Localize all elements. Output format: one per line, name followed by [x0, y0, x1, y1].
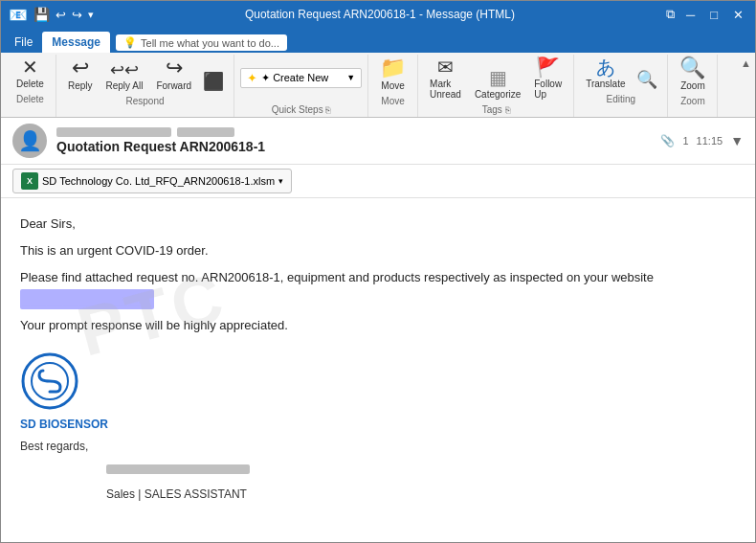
sender-name-blurred: [56, 127, 171, 137]
group-zoom: 🔍 Zoom Zoom: [668, 55, 718, 117]
mark-unread-button[interactable]: ✉ MarkUnread: [424, 55, 467, 102]
minimize-btn[interactable]: ─: [682, 8, 699, 22]
more-icon: ⬛: [203, 71, 224, 92]
collapse-ribbon-btn[interactable]: ▲: [741, 57, 751, 69]
email-meta: Quotation Request ARN200618-1: [56, 127, 265, 154]
tab-message[interactable]: Message: [42, 32, 110, 53]
email-header-right: 📎 1 11:15 ▼: [660, 133, 744, 148]
undo-btn[interactable]: ↩: [56, 8, 66, 22]
group-tags: ✉ MarkUnread ▦ Categorize 🚩 FollowUp Tag…: [418, 55, 574, 117]
outlook-window: 📧 💾 ↩ ↪ ▾ Quotation Request ARN200618-1 …: [0, 0, 756, 543]
follow-up-icon: 🚩: [536, 57, 560, 77]
attachment-count-icon: 📎: [660, 134, 675, 147]
email-subject: Quotation Request ARN200618-1: [56, 139, 265, 154]
link-blurred: ████████████████: [20, 289, 154, 308]
attachment-bar: X SD Technology Co. Ltd_RFQ_ARN200618-1.…: [1, 165, 755, 198]
attachment-chip[interactable]: X SD Technology Co. Ltd_RFQ_ARN200618-1.…: [12, 169, 292, 193]
tell-me-bar[interactable]: 💡 Tell me what you want to do...: [116, 34, 287, 51]
create-new-button[interactable]: ✦ ✦ Create New ▼: [240, 68, 362, 88]
dropdown-arrow: ▼: [346, 73, 355, 82]
move-buttons: 📁 Move: [374, 55, 411, 94]
find-button[interactable]: 🔍: [633, 67, 661, 92]
group-editing: あ Translate 🔍 Editing: [574, 55, 668, 117]
editing-group-label: Editing: [607, 94, 636, 104]
create-new-icon: ✦: [247, 71, 257, 85]
close-btn[interactable]: ✕: [729, 8, 747, 22]
company-name: SD BIOSENSOR: [20, 415, 108, 434]
tags-group-label: Tags ⎘: [482, 104, 510, 115]
mark-unread-label: MarkUnread: [430, 79, 461, 100]
translate-button[interactable]: あ Translate: [580, 55, 631, 92]
search-icon: 🔍: [636, 69, 657, 90]
body-line2: Please find attached request no. ARN2006…: [20, 267, 736, 309]
reply-all-label: Reply All: [105, 80, 143, 91]
reply-button[interactable]: ↩ Reply: [62, 55, 99, 94]
group-respond: ↩ Reply ↩↩ Reply All ↪ Forward ⬛ Respond: [56, 55, 234, 117]
zoom-icon: 🔍: [679, 57, 705, 79]
move-group-label: Move: [381, 96, 404, 106]
app-icon: 📧: [9, 6, 28, 24]
reply-label: Reply: [68, 80, 93, 91]
sender-line: [56, 127, 265, 137]
tags-buttons: ✉ MarkUnread ▦ Categorize 🚩 FollowUp: [424, 55, 567, 102]
body-line1: This is an urgent COVID-19 order.: [20, 240, 736, 261]
delete-buttons: ✕ Delete: [11, 55, 50, 92]
follow-up-label: FollowUp: [534, 79, 562, 100]
tab-file[interactable]: File: [5, 32, 42, 53]
reply-icon: ↩: [72, 57, 89, 79]
group-delete: ✕ Delete Delete: [5, 55, 56, 117]
zoom-group-label: Zoom: [680, 96, 705, 106]
maximize-btn[interactable]: □: [706, 8, 722, 22]
respond-buttons: ↩ Reply ↩↩ Reply All ↪ Forward ⬛: [62, 55, 228, 94]
sd-biosensor-logo-svg: [20, 351, 79, 411]
window-controls: ⧉ ─ □ ✕: [666, 7, 747, 22]
body-line3: Your prompt response will be highly appr…: [20, 315, 736, 336]
move-button[interactable]: 📁 Move: [374, 55, 411, 94]
email-time: 11:15: [697, 135, 723, 147]
zoom-button[interactable]: 🔍 Zoom: [674, 55, 711, 94]
forward-icon: ↪: [166, 57, 183, 79]
follow-up-button[interactable]: 🚩 FollowUp: [528, 55, 567, 102]
greeting: Dear Sirs,: [20, 214, 736, 235]
excel-icon: X: [21, 172, 38, 190]
respond-group-label: Respond: [125, 96, 164, 106]
group-quick-steps: ✦ ✦ Create New ▼ Quick Steps ⎘: [234, 55, 368, 117]
categorize-button[interactable]: ▦ Categorize: [469, 65, 526, 102]
title-bar: 📧 💾 ↩ ↪ ▾ Quotation Request ARN200618-1 …: [1, 1, 755, 28]
window-title: Quotation Request ARN200618-1 - Message …: [94, 8, 666, 21]
categorize-label: Categorize: [475, 89, 521, 100]
editing-buttons: あ Translate 🔍: [580, 55, 661, 92]
regards-text: Best regards,: [20, 437, 88, 456]
delete-button[interactable]: ✕ Delete: [11, 55, 50, 92]
forward-button[interactable]: ↪ Forward: [150, 55, 197, 94]
zoom-buttons: 🔍 Zoom: [674, 55, 711, 94]
delete-group-label: Delete: [16, 94, 44, 104]
reply-all-icon: ↩↩: [110, 61, 139, 79]
body-line2-text: Please find attached request no. ARN2006…: [20, 270, 654, 284]
translate-icon: あ: [596, 57, 615, 77]
delete-label: Delete: [16, 79, 44, 89]
categorize-icon: ▦: [489, 68, 507, 87]
sender-extra-blur: [177, 127, 234, 137]
attachment-count: 1: [682, 135, 688, 147]
email-body: PTC Dear Sirs, This is an urgent COVID-1…: [1, 198, 755, 542]
sender-avatar: 👤: [12, 124, 47, 158]
more-respond-button[interactable]: ⬛: [199, 67, 228, 94]
reply-all-button[interactable]: ↩↩ Reply All: [100, 58, 148, 94]
redo-btn[interactable]: ↪: [72, 8, 82, 22]
avatar-icon: 👤: [18, 129, 42, 152]
quick-steps-group-label: Quick Steps ⎘: [272, 104, 331, 115]
forward-label: Forward: [156, 80, 191, 91]
signer-name-blurred: [106, 464, 250, 474]
attachment-name: SD Technology Co. Ltd_RFQ_ARN200618-1.xl…: [42, 175, 275, 187]
resize-icon: ⧉: [666, 7, 675, 22]
lightbulb-icon: 💡: [123, 36, 137, 49]
create-new-label: ✦ Create New: [261, 72, 328, 84]
expand-email-btn[interactable]: ▼: [730, 133, 744, 148]
attachment-dropdown[interactable]: ▾: [278, 176, 283, 186]
delete-icon: ✕: [22, 57, 38, 77]
move-label: Move: [381, 80, 404, 91]
signer-role: Sales | SALES ASSISTANT: [106, 485, 736, 504]
group-move: 📁 Move Move: [368, 55, 418, 117]
save-btn[interactable]: 💾: [33, 7, 50, 22]
